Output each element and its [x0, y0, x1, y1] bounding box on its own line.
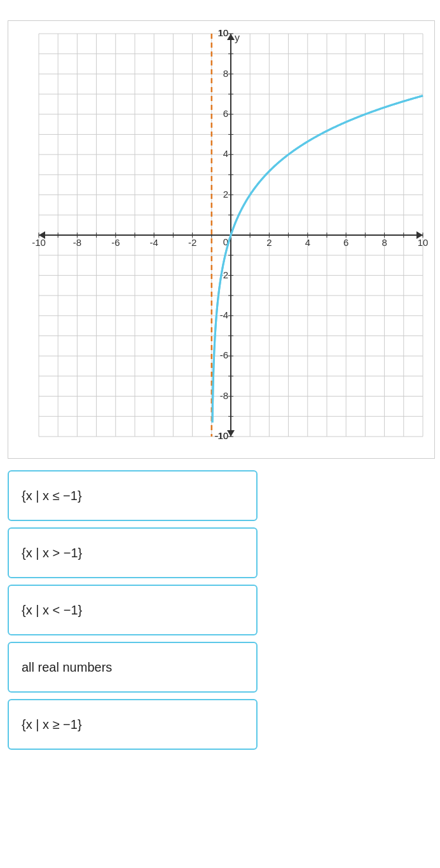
answer-btn-3[interactable]: {x | x < −1} — [8, 585, 258, 635]
graph-canvas — [8, 21, 435, 459]
answer-choices: {x | x ≤ −1} {x | x > −1} {x | x < −1} a… — [8, 470, 432, 750]
answer-btn-4[interactable]: all real numbers — [8, 642, 258, 693]
answer-btn-5[interactable]: {x | x ≥ −1} — [8, 699, 258, 750]
graph-area — [8, 20, 435, 459]
answer-btn-2[interactable]: {x | x > −1} — [8, 527, 258, 578]
answer-btn-1[interactable]: {x | x ≤ −1} — [8, 470, 258, 521]
